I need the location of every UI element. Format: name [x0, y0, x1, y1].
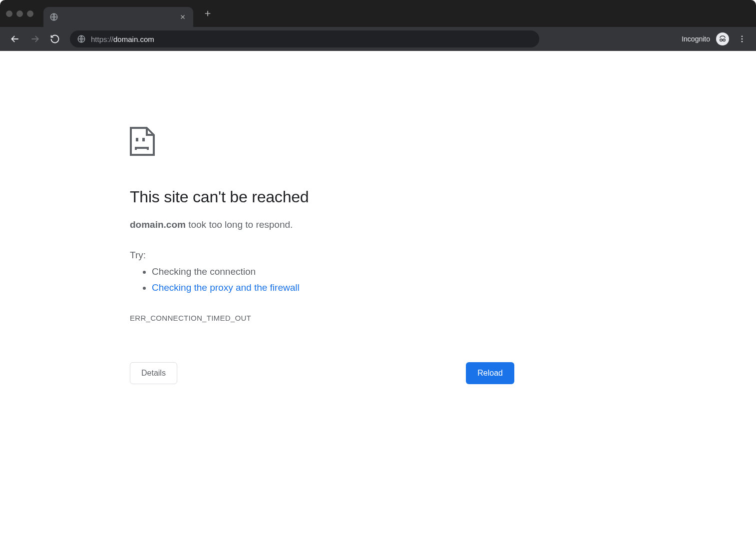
- close-tab-icon[interactable]: [178, 12, 187, 21]
- error-code: ERR_CONNECTION_TIMED_OUT: [130, 314, 514, 322]
- toolbar: https://domain.com Incognito: [0, 27, 756, 51]
- suggestion-check-proxy-link[interactable]: Checking the proxy and the firewall: [152, 282, 300, 293]
- url-scheme: https://: [91, 35, 113, 43]
- url-text: https://domain.com: [91, 35, 154, 43]
- address-bar[interactable]: https://domain.com: [70, 30, 539, 47]
- error-page: This site can't be reached domain.com to…: [130, 127, 514, 384]
- tab-strip: [0, 0, 756, 27]
- url-host: domain.com: [113, 35, 154, 43]
- window-maximize-icon[interactable]: [27, 10, 33, 17]
- svg-rect-7: [136, 138, 138, 141]
- window-minimize-icon[interactable]: [16, 10, 23, 17]
- menu-button[interactable]: [734, 31, 750, 47]
- suggestion-list: Checking the connection Checking the pro…: [130, 264, 514, 296]
- globe-icon: [77, 34, 86, 43]
- suggestion-check-connection: Checking the connection: [152, 266, 256, 277]
- page-viewport: This site can't be reached domain.com to…: [0, 51, 756, 558]
- incognito-icon[interactable]: [716, 32, 729, 45]
- error-title: This site can't be reached: [130, 188, 514, 206]
- window-controls: [6, 10, 33, 17]
- error-host: domain.com: [130, 219, 186, 230]
- error-message: domain.com took too long to respond.: [130, 218, 514, 232]
- details-button[interactable]: Details: [130, 362, 177, 384]
- button-row: Details Reload: [130, 362, 514, 384]
- reload-page-button[interactable]: Reload: [466, 362, 514, 384]
- toolbar-right: Incognito: [682, 31, 750, 47]
- incognito-label: Incognito: [682, 35, 710, 43]
- try-label: Try:: [130, 250, 514, 261]
- forward-button[interactable]: [26, 30, 44, 48]
- svg-rect-8: [142, 138, 145, 141]
- reload-button[interactable]: [46, 30, 64, 48]
- back-button[interactable]: [6, 30, 24, 48]
- browser-tab[interactable]: [43, 7, 193, 27]
- error-message-rest: took too long to respond.: [186, 219, 293, 230]
- svg-point-4: [742, 35, 743, 37]
- suggestion-item: Checking the connection: [152, 264, 514, 280]
- globe-icon: [49, 12, 58, 21]
- window-close-icon[interactable]: [6, 10, 12, 17]
- browser-window: https://domain.com Incognito: [0, 0, 756, 558]
- svg-point-3: [723, 39, 726, 41]
- svg-point-5: [742, 38, 743, 40]
- suggestion-item: Checking the proxy and the firewall: [152, 280, 514, 296]
- svg-point-6: [742, 41, 743, 42]
- svg-point-2: [720, 39, 723, 41]
- sad-page-icon: [130, 127, 514, 158]
- new-tab-button[interactable]: [200, 6, 215, 21]
